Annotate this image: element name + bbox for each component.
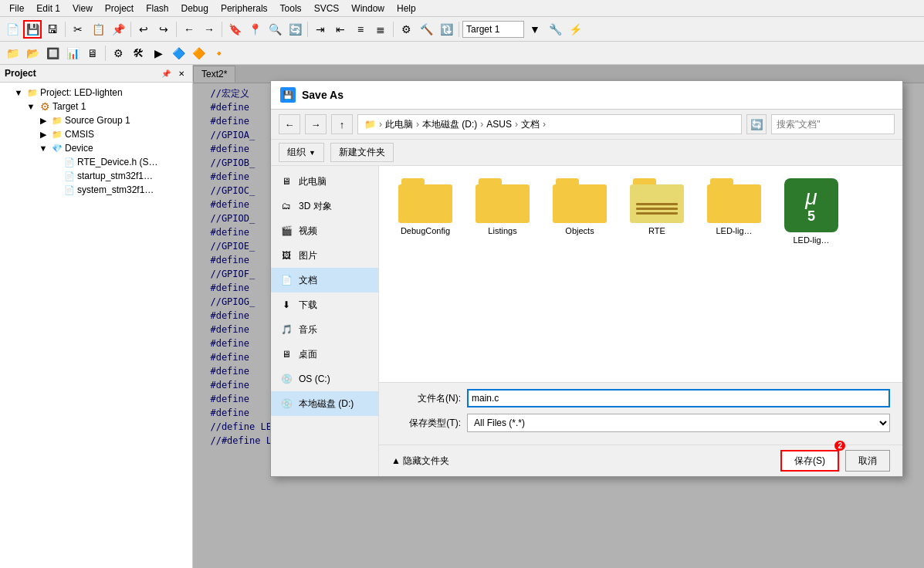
project-pin-btn[interactable]: 📌 [160, 67, 172, 79]
nav-forward-btn[interactable]: → [305, 114, 327, 134]
sidebar-desktop[interactable]: 🖥 桌面 [271, 342, 378, 367]
save-all-btn[interactable]: 🖫 [43, 20, 62, 39]
sidebar-video-label: 视频 [299, 225, 317, 238]
filetype-select[interactable]: All Files (*.*) [467, 414, 890, 432]
menu-project[interactable]: Project [99, 2, 140, 15]
tree-item-system[interactable]: 📄 system_stm32f1… [0, 183, 192, 197]
nav-fwd-btn[interactable]: → [200, 20, 218, 39]
menu-peripherals[interactable]: Peripherals [215, 2, 274, 15]
rebuild-btn[interactable]: 🔃 [437, 20, 455, 39]
search-input[interactable] [771, 114, 895, 134]
folder-icon-led [707, 178, 761, 223]
nav-back-btn[interactable]: ← [279, 114, 300, 134]
hide-folder-toggle[interactable]: ▲ 隐藏文件夹 [391, 455, 449, 468]
path-part2: 本地磁盘 (D:) [422, 118, 477, 131]
organize-btn[interactable]: 组织 ▼ [279, 143, 324, 162]
align-btn[interactable]: ≡ [351, 20, 370, 39]
nav-path[interactable]: 📁 › 此电脑 › 本地磁盘 (D:) › ASUS › 文档 › [357, 114, 742, 134]
target-select[interactable]: Target 1 [462, 21, 524, 38]
tree-item-startup[interactable]: 📄 startup_stm32f1… [0, 169, 192, 183]
new-file-btn[interactable]: 📄 [3, 20, 22, 39]
menu-view[interactable]: View [66, 2, 99, 15]
sidebar-computer[interactable]: 🖥 此电脑 [271, 169, 378, 194]
tree-item-rte-device[interactable]: 📄 RTE_Device.h (S… [0, 155, 192, 169]
project-close-btn[interactable]: ✕ [175, 67, 188, 79]
file-label-debugconfig: DebugConfig [401, 226, 450, 235]
indent-btn[interactable]: ⇥ [311, 20, 330, 39]
menu-help[interactable]: Help [391, 2, 422, 15]
file-item-debugconfig[interactable]: DebugConfig [394, 178, 456, 235]
sep6 [393, 22, 394, 37]
toolbar2-btn9[interactable]: 🔸 [209, 44, 228, 63]
toolbar2-btn2[interactable]: 📊 [63, 44, 82, 63]
menu-file[interactable]: File [3, 2, 30, 15]
file-item-led[interactable]: LED-lig… [703, 178, 765, 235]
bookmark-btn[interactable]: 🔖 [225, 20, 244, 39]
align2-btn[interactable]: ≣ [371, 20, 390, 39]
sidebar-3d[interactable]: 🗂 3D 对象 [271, 194, 378, 218]
config-btn[interactable]: ⚙ [397, 20, 415, 39]
folder-icon-rte [630, 178, 684, 223]
sidebar-download[interactable]: ⬇ 下载 [271, 292, 378, 317]
menu-edit[interactable]: Edit 1 [30, 2, 66, 15]
toolbar2-btn4[interactable]: ⚙ [109, 44, 127, 63]
source-group-label: Source Group 1 [65, 115, 130, 126]
tree-item-source-group[interactable]: ▶ 📁 Source Group 1 [0, 113, 192, 127]
toolbar2-btn6[interactable]: ▶ [149, 44, 168, 63]
sidebar-image[interactable]: 🖼 图片 [271, 243, 378, 268]
source-group-icon: 📁 [51, 114, 63, 127]
sidebar-drive-d[interactable]: 💿 本地磁盘 (D:) [271, 391, 378, 416]
menu-svcs[interactable]: SVCS [308, 2, 346, 15]
nav-back-btn[interactable]: ← [180, 20, 198, 39]
menu-flash[interactable]: Flash [140, 2, 174, 15]
toolbar2-btn3[interactable]: 🖥 [83, 44, 102, 63]
toolbar2-btn1[interactable]: 🔲 [43, 44, 62, 63]
build-btn[interactable]: 🔨 [417, 20, 435, 39]
sidebar-music[interactable]: 🎵 音乐 [271, 317, 378, 342]
file-icon-system: 📄 [63, 184, 76, 196]
cut-btn[interactable]: ✂ [69, 20, 87, 39]
paste-btn[interactable]: 📌 [109, 20, 127, 39]
target-dropdown-btn[interactable]: ▼ [526, 20, 544, 39]
file-item-rte[interactable]: RTE [626, 178, 688, 235]
outdent-btn[interactable]: ⇤ [331, 20, 350, 39]
load-btn[interactable]: 📂 [23, 44, 42, 63]
refresh-btn[interactable]: 🔄 [746, 114, 767, 134]
file-item-objects[interactable]: Objects [549, 178, 611, 235]
undo-btn[interactable]: ↩ [134, 20, 153, 39]
sidebar-drive-c[interactable]: 💿 OS (C:) [271, 367, 378, 391]
project-panel: Project 📌 ✕ ▼ 📁 Project: LED-lighten ▼ ⚙ [0, 65, 193, 568]
filename-label: 文件名(N): [391, 392, 461, 405]
bookmark2-btn[interactable]: 📍 [245, 20, 264, 39]
toolbar2-btn8[interactable]: 🔶 [189, 44, 208, 63]
new-folder-btn[interactable]: 新建文件夹 [330, 143, 394, 162]
menu-tools[interactable]: Tools [274, 2, 308, 15]
file-icon-startup: 📄 [63, 170, 76, 182]
sidebar-document[interactable]: 📄 文档 [271, 268, 378, 292]
find-btn[interactable]: 🔍 [266, 20, 284, 39]
tree-item-cmsis[interactable]: ▶ 📁 CMSIS [0, 127, 192, 141]
file-inputs: 文件名(N): 保存类型(T): All Files (*.*) [379, 382, 902, 445]
copy-btn[interactable]: 📋 [89, 20, 107, 39]
save-button[interactable]: 保存(S) [780, 450, 839, 472]
file-item-led-mu[interactable]: μ 5 LED-lig… [780, 178, 842, 245]
redo-btn[interactable]: ↪ [154, 20, 173, 39]
sidebar-video[interactable]: 🎬 视频 [271, 218, 378, 243]
save-btn[interactable]: 💾 [23, 20, 42, 39]
menu-debug[interactable]: Debug [175, 2, 215, 15]
menu-window[interactable]: Window [345, 2, 391, 15]
settings-btn[interactable]: 🔧 [546, 20, 564, 39]
filename-input[interactable] [467, 389, 890, 407]
toolbar2-btn7[interactable]: 🔷 [169, 44, 188, 63]
flash-btn[interactable]: ⚡ [566, 20, 584, 39]
nav-up-btn[interactable]: ↑ [331, 114, 353, 134]
tree-item-project[interactable]: ▼ 📁 Project: LED-lighten [0, 86, 192, 100]
toolbar2-btn5[interactable]: 🛠 [129, 44, 147, 63]
cancel-button[interactable]: 取消 [845, 450, 890, 472]
tree-item-device[interactable]: ▼ 💎 Device [0, 141, 192, 155]
file-item-listings[interactable]: Listings [472, 178, 533, 235]
tree-item-target[interactable]: ▼ ⚙ Target 1 [0, 100, 192, 113]
file-label-listings: Listings [488, 226, 516, 235]
replace-btn[interactable]: 🔄 [286, 20, 304, 39]
project-btn[interactable]: 📁 [3, 44, 22, 63]
